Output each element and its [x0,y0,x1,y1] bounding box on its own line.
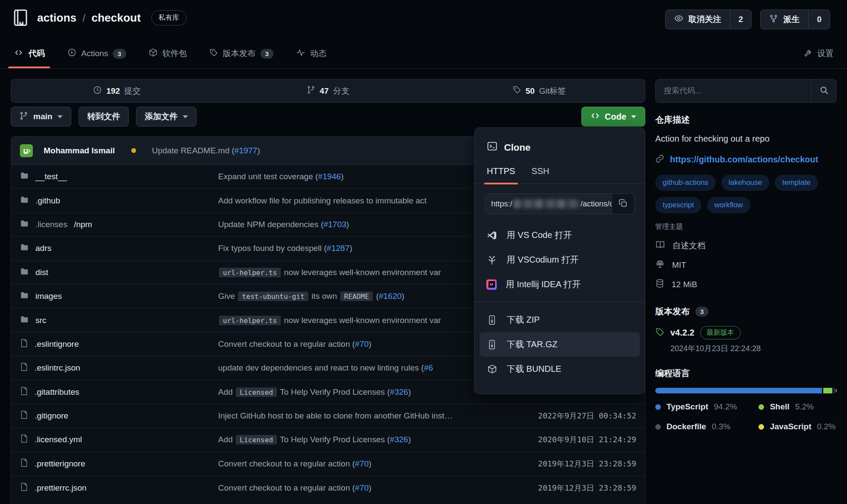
fork-button[interactable]: 派生 0 [760,10,830,29]
file-link[interactable]: .prettierrc.json [20,482,218,494]
manage-topics-link[interactable]: 管理主题 [655,222,837,231]
repo-description: Action for checking out a repo [655,134,837,144]
commit-message[interactable]: Update NPM dependencies (#1703) [218,220,511,229]
issue-link[interactable]: #1703 [324,220,346,229]
message-text: ) [346,220,349,229]
branch-name: main [33,112,52,121]
topic-pill-typescript[interactable]: typescript [655,197,701,213]
avatar[interactable] [20,144,33,157]
meta-item[interactable]: 自述文档 [655,236,837,255]
forks-count[interactable]: 0 [808,10,830,29]
file-link[interactable]: .prettierignore [20,458,218,469]
tab-ssh[interactable]: SSH [532,166,549,184]
language-legend-item[interactable]: Shell5.2% [758,402,837,412]
commit-author[interactable]: Mohammad Ismail [44,146,115,155]
topic-pill-workflow[interactable]: workflow [707,197,750,213]
menu-item-label: 下载 ZIP [507,314,540,326]
topic-pill-template[interactable]: template [775,174,818,191]
add-file-button[interactable]: 添加文件 [136,107,197,127]
tab-Actions[interactable]: Actions3 [66,39,128,68]
meta-item[interactable]: 12 MiB [655,275,837,294]
commit-status-icon[interactable] [131,148,136,153]
file-link[interactable]: .gitattributes [20,387,218,398]
issue-link[interactable]: #326 [390,387,408,396]
file-link[interactable]: .eslintignore [20,339,218,350]
goto-file-button[interactable]: 转到文件 [79,107,129,127]
issue-link[interactable]: #326 [390,435,408,444]
branches-stat[interactable]: 47 分支 [222,86,434,97]
issue-link[interactable]: #1620 [379,292,402,301]
tab-版本发布[interactable]: 版本发布3 [208,39,275,68]
tab-动态[interactable]: 动态 [294,39,328,68]
search-button[interactable] [811,79,836,102]
repo-owner-link[interactable]: actions [37,11,76,25]
issue-link[interactable]: #70 [355,459,369,468]
issue-link[interactable]: #70 [355,339,369,349]
tab-https[interactable]: HTTPS [487,166,515,184]
commit-message[interactable]: Expand unit test coverage (#1946) [218,172,511,181]
code-button[interactable]: Code [581,107,645,127]
commit-message[interactable]: Convert checkout to a regular action (#7… [218,483,511,493]
meta-item[interactable]: MIT [655,255,837,275]
menu-item[interactable]: 下载 ZIP [475,307,645,332]
menu-item[interactable]: IJ用 Intellij IDEA 打开 [475,272,645,297]
commit-message[interactable]: Add workflow file for publishing release… [218,196,511,206]
file-link[interactable]: adrs [20,243,218,254]
tab-代码[interactable]: 代码 [12,39,47,68]
menu-item[interactable]: 用 VS Code 打开 [475,223,645,247]
repo-name-link[interactable]: checkout [92,11,141,25]
commit-message[interactable]: Update README.md (#1977) [152,146,260,155]
file-link[interactable]: .eslintrc.json [20,362,218,374]
commit-message[interactable]: Add Licensed To Help Verify Prod License… [218,435,511,444]
tab-软件包[interactable]: 软件包 [147,39,189,68]
commit-message[interactable]: Convert checkout to a regular action (#7… [218,459,511,469]
language-legend-item[interactable]: JavaScript0.2% [758,422,837,431]
file-link[interactable]: .licenses/npm [20,219,218,230]
release-version-link[interactable]: v4.2.2 [670,328,695,338]
branch-selector[interactable]: main [11,107,71,127]
file-link[interactable]: .licensed.yml [20,434,218,445]
releases-title[interactable]: 版本发布 [655,306,690,317]
unwatch-button[interactable]: 取消关注 2 [665,10,752,29]
commit-message[interactable]: Add Licensed To Help Verify Prod License… [218,387,511,397]
language-name: JavaScript [770,422,811,431]
clone-url-input[interactable]: https:/ /actions/che [485,193,612,214]
watchers-count[interactable]: 2 [730,10,752,29]
issue-link[interactable]: #1287 [327,244,349,253]
file-link[interactable]: dist [20,267,218,278]
file-link[interactable]: .gitignore [20,410,218,422]
file-link[interactable]: .github [20,195,218,206]
language-bar-segment [834,388,834,393]
topic-pill-github-actions[interactable]: github-actions [655,174,716,191]
language-bar[interactable] [655,388,837,393]
tags-stat[interactable]: 50 Git标签 [434,86,645,97]
commit-message[interactable]: Convert checkout to a regular action (#7… [218,339,511,349]
commit-message[interactable]: url-helper.ts now leverages well-known e… [218,268,511,277]
commit-message[interactable]: update dev dependencies and react to new… [218,363,511,373]
copy-url-button[interactable] [612,193,634,214]
commit-message[interactable]: Give test-ubuntu-git its own README (#16… [218,292,511,301]
file-link[interactable]: __test__ [20,171,218,182]
table-row: .prettierignoreConvert checkout to a reg… [11,452,645,476]
issue-link[interactable]: #1946 [318,172,341,181]
menu-item[interactable]: 下载 BUNDLE [475,357,645,381]
tab-settings[interactable]: 设置 [804,39,834,68]
issue-link[interactable]: #6 [424,363,433,372]
search-input[interactable] [656,79,811,102]
commit-message[interactable]: Fix typos found by codespell (#1287) [218,244,511,253]
issue-link[interactable]: #1977 [235,146,257,155]
tags-label: Git标签 [539,86,566,97]
repo-actions: 取消关注 2 派生 0 [665,10,830,29]
menu-item[interactable]: 下载 TAR.GZ [480,332,640,357]
commit-message[interactable]: url-helper.ts now leverages well-known e… [218,316,511,325]
file-link[interactable]: images [20,291,218,302]
language-legend-item[interactable]: TypeScript94.2% [655,402,758,412]
language-legend-item[interactable]: Dockerfile0.3% [655,422,758,431]
file-link[interactable]: src [20,315,218,326]
commit-message[interactable]: Inject GitHub host to be able to clone f… [218,411,511,421]
topic-pill-lakehouse[interactable]: lakehouse [721,174,770,191]
website-link[interactable]: https://github.com/actions/checkout [670,155,818,165]
menu-item[interactable]: 用 VSCodium 打开 [475,247,645,272]
commits-stat[interactable]: 192 提交 [11,86,222,97]
issue-link[interactable]: #70 [355,483,369,492]
